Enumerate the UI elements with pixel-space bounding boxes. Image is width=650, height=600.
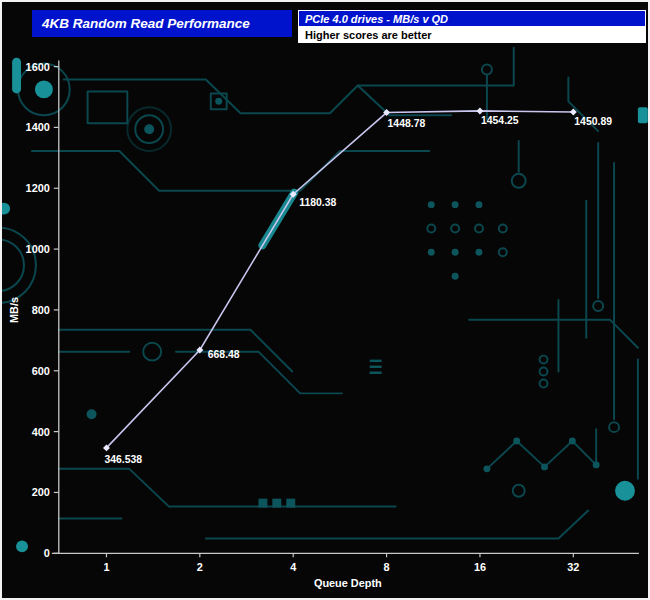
svg-text:200: 200 [32,486,50,498]
chart-plot-layer: 0200400600800100012001400160012481632Que… [8,61,639,590]
chart-header-right: PCIe 4.0 drives - MB/s v QD Higher score… [298,10,646,43]
svg-text:MB/s: MB/s [8,297,20,323]
line-chart: 0200400600800100012001400160012481632Que… [2,2,648,598]
circuit-board-decoration [2,48,648,553]
svg-text:2: 2 [197,561,203,573]
svg-text:600: 600 [32,365,50,377]
svg-text:1450.89: 1450.89 [574,116,612,127]
svg-text:16: 16 [474,561,486,573]
chart-title: 4KB Random Read Performance [32,10,292,37]
svg-text:1454.25: 1454.25 [481,115,519,126]
svg-text:400: 400 [32,426,50,438]
svg-text:1180.38: 1180.38 [299,197,336,208]
chart-window: 4KB Random Read Performance PCIe 4.0 dri… [0,0,650,600]
svg-text:8: 8 [384,561,390,573]
svg-text:800: 800 [32,304,50,316]
chart-note: Higher scores are better [298,27,646,43]
svg-text:668.48: 668.48 [208,349,240,360]
svg-text:Queue Depth: Queue Depth [314,577,382,589]
svg-text:1448.78: 1448.78 [388,118,426,129]
svg-text:1400: 1400 [26,121,50,133]
svg-text:32: 32 [567,561,579,573]
svg-text:1: 1 [103,561,109,573]
svg-text:4: 4 [290,561,296,573]
svg-text:1200: 1200 [26,182,50,194]
svg-text:0: 0 [44,547,50,559]
chart-subtitle: PCIe 4.0 drives - MB/s v QD [298,10,646,27]
svg-text:346.538: 346.538 [104,454,142,465]
svg-text:1000: 1000 [26,243,50,255]
svg-text:1600: 1600 [26,61,50,73]
